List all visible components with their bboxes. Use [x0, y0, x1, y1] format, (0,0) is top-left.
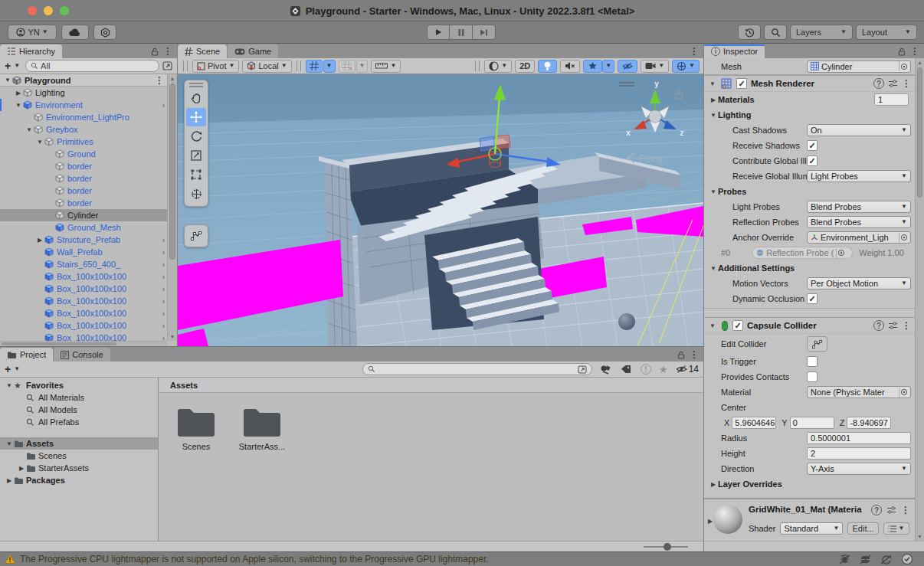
- hierarchy-item-border[interactable]: border: [0, 160, 167, 172]
- version-control-button[interactable]: [93, 25, 116, 40]
- material-object-field[interactable]: None (Physic Mater: [807, 386, 911, 398]
- project-tree-item-scenes[interactable]: Scenes: [0, 450, 158, 462]
- effects-caret[interactable]: ▼: [602, 60, 614, 73]
- project-tree-item-all-models[interactable]: All Models: [0, 404, 158, 416]
- help-icon[interactable]: ?: [873, 320, 884, 331]
- object-picker-icon[interactable]: [899, 388, 909, 398]
- move-tool[interactable]: [186, 108, 206, 126]
- material-preview-sphere[interactable]: [713, 505, 742, 534]
- status-message[interactable]: The Progressive CPU lightmapper is not s…: [20, 554, 489, 564]
- filter-by-label-icon[interactable]: [621, 365, 631, 374]
- layout-dropdown[interactable]: Layout▼: [856, 25, 917, 40]
- hierarchy-item-lighting[interactable]: ▶Lighting: [0, 87, 167, 99]
- hierarchy-item-wall_prefab[interactable]: Wall_Prefab›: [0, 246, 167, 258]
- toolstrip-drag-handle[interactable]: [189, 83, 203, 87]
- object-picker-icon[interactable]: [836, 248, 846, 258]
- project-tree-item-all-materials[interactable]: All Materials: [0, 391, 158, 404]
- motion-vectors-dropdown[interactable]: Per Object Motion▼: [807, 277, 911, 290]
- hierarchy-horizontal-scrollbar[interactable]: [0, 341, 167, 346]
- tab-scene[interactable]: Scene: [178, 44, 227, 58]
- play-button[interactable]: [427, 25, 450, 40]
- materials-count-field[interactable]: 1: [874, 93, 909, 106]
- prefab-open-chevron[interactable]: ›: [162, 334, 165, 342]
- scene-menu-icon[interactable]: ⋮: [155, 75, 164, 86]
- presets-icon[interactable]: [886, 505, 896, 515]
- hierarchy-item-border[interactable]: border: [0, 185, 167, 197]
- hidden-objects-toggle[interactable]: [618, 60, 637, 73]
- hierarchy-item-ground_mesh[interactable]: Ground_Mesh: [0, 221, 167, 234]
- project-search-input[interactable]: [362, 363, 592, 375]
- hierarchy-item-box_100x100x100[interactable]: Box_100x100x100›: [0, 270, 167, 283]
- is-trigger-checkbox[interactable]: [807, 356, 818, 367]
- 2d-mode-toggle[interactable]: 2D: [515, 60, 535, 73]
- hierarchy-item-box_100x100x100[interactable]: Box_100x100x100›: [0, 295, 167, 307]
- shader-edit-button[interactable]: Edit...: [847, 522, 878, 535]
- lock-icon[interactable]: [898, 47, 906, 56]
- toolbar-drag-handle[interactable]: [475, 61, 480, 71]
- hierarchy-item-stairs_650_400_[interactable]: Stairs_650_400_›: [0, 258, 167, 270]
- vector-field-y[interactable]: 0: [790, 417, 834, 429]
- grid-visibility-caret[interactable]: ▼: [323, 60, 336, 73]
- hierarchy-item-environment_lightpro[interactable]: Environment_LightPro: [0, 111, 167, 123]
- provides-contacts-checkbox[interactable]: [807, 371, 818, 382]
- hierarchy-item-ground[interactable]: Ground: [0, 148, 167, 160]
- undo-history-button[interactable]: [738, 25, 761, 40]
- capsule-collider-header[interactable]: ▼ ✓ Capsule Collider ? ⋮: [704, 317, 915, 334]
- search-everything-button[interactable]: [764, 25, 787, 40]
- assets-breadcrumb[interactable]: Assets: [159, 378, 703, 393]
- prefab-open-chevron[interactable]: ›: [162, 285, 165, 293]
- component-menu-icon[interactable]: ⋮: [902, 78, 911, 89]
- hierarchy-item-environment[interactable]: ▼Environment›: [0, 99, 167, 111]
- sphere-object[interactable]: [618, 313, 635, 330]
- scene-viewport[interactable]: y x z Persp: [178, 74, 703, 346]
- favorites-filter-icon[interactable]: ★: [659, 364, 668, 375]
- create-asset-caret[interactable]: ▼: [14, 366, 20, 372]
- asset-item-starterass[interactable]: StarterAss...: [234, 405, 290, 451]
- project-tree-item-packages[interactable]: ▶Packages: [0, 474, 158, 486]
- hierarchy-item-primitives[interactable]: ▼Primitives: [0, 136, 167, 148]
- scene-menu-icon[interactable]: ⋮: [690, 46, 699, 57]
- expand-icon[interactable]: ▶: [35, 237, 44, 244]
- vector-field-x[interactable]: 5.9604646: [732, 417, 776, 429]
- component-menu-icon[interactable]: ⋮: [902, 320, 911, 331]
- radius-field[interactable]: 0.5000001: [807, 432, 911, 444]
- asset-item-scenes[interactable]: Scenes: [169, 405, 224, 451]
- light-probes-dropdown[interactable]: Blend Probes▼: [807, 201, 911, 213]
- prefab-open-chevron[interactable]: ›: [162, 297, 165, 306]
- open-in-window-icon[interactable]: [162, 61, 172, 70]
- reflection-probes-dropdown[interactable]: Blend Probes▼: [807, 216, 911, 228]
- tab-project[interactable]: Project: [0, 348, 53, 362]
- effects-toggle[interactable]: [583, 60, 602, 73]
- collapse-icon[interactable]: ▼: [709, 112, 718, 119]
- collapse-icon[interactable]: ▼: [14, 102, 23, 109]
- hierarchy-menu-icon[interactable]: ⋮: [163, 46, 172, 57]
- thumbnail-size-slider[interactable]: [644, 546, 688, 548]
- project-tree-item-all-prefabs[interactable]: All Prefabs: [0, 416, 158, 428]
- lock-icon[interactable]: [677, 351, 685, 359]
- camera-settings-dropdown[interactable]: ▼: [641, 60, 669, 73]
- hierarchy-item-box_100x100x100[interactable]: Box_100x100x100›: [0, 319, 167, 332]
- collapse-icon[interactable]: ▼: [5, 382, 14, 389]
- hierarchy-item-structure_prefab[interactable]: ▶Structure_Prefab›: [0, 234, 167, 246]
- toolbar-drag-handle[interactable]: [297, 61, 301, 71]
- view-hand-tool[interactable]: [186, 89, 206, 107]
- hierarchy-item-box_100x100x100[interactable]: Box_100x100x100›: [0, 332, 167, 341]
- cast-shadows-dropdown[interactable]: On▼: [807, 124, 911, 136]
- rotate-tool[interactable]: [186, 127, 206, 146]
- handle-rotation-dropdown[interactable]: Local▼: [242, 60, 291, 73]
- prefab-open-chevron[interactable]: ›: [162, 260, 165, 269]
- anchor-override-object-field[interactable]: Environment_Ligh: [807, 231, 911, 244]
- receive-shadows-checkbox[interactable]: ✓: [807, 140, 818, 151]
- scroll-down-icon[interactable]: ▼: [168, 334, 177, 339]
- collapse-icon[interactable]: ▼: [709, 188, 718, 195]
- create-object-caret[interactable]: ▼: [14, 63, 20, 69]
- hierarchy-item-box_100x100x100[interactable]: Box_100x100x100›: [0, 307, 167, 319]
- open-in-window-icon[interactable]: [578, 365, 587, 374]
- inspector-menu-icon[interactable]: ⋮: [910, 46, 919, 57]
- mesh-renderer-foldout-lighting[interactable]: ▼Lighting: [704, 107, 915, 123]
- lock-icon[interactable]: [151, 47, 159, 56]
- help-icon[interactable]: ?: [871, 505, 882, 515]
- tab-hierarchy[interactable]: Hierarchy: [0, 44, 62, 58]
- mesh-renderer-foldout-materials[interactable]: ▶Materials1: [704, 92, 915, 107]
- collapse-icon[interactable]: ▼: [25, 126, 34, 133]
